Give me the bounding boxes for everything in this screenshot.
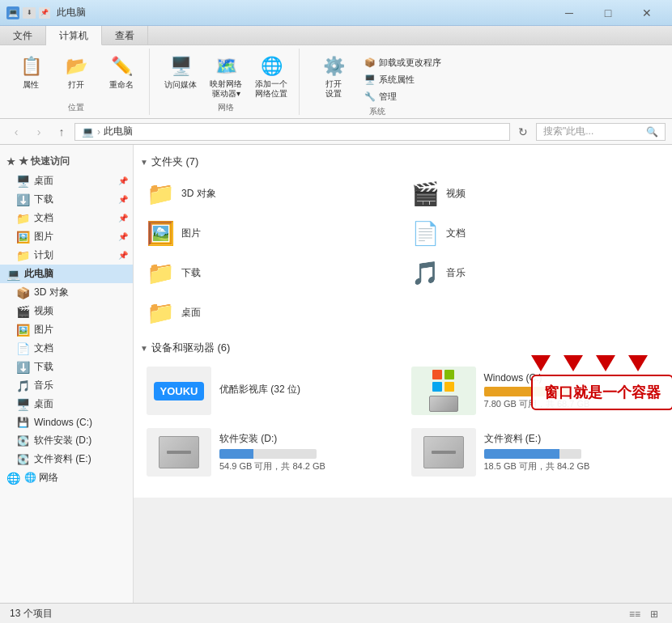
c-drive-info: Windows (C:) 7.80 GB 可用，共 68.7 GB bbox=[484, 372, 660, 410]
refresh-button[interactable]: ↻ bbox=[513, 122, 533, 142]
sidebar-item-desktop[interactable]: 🖥️ 桌面 📌 bbox=[0, 172, 133, 190]
devices-section-header: ▼ 设备和驱动器 (6) bbox=[140, 341, 666, 355]
system-prop-icon: 🖥️ bbox=[364, 74, 376, 85]
network-group-label: 网络 bbox=[218, 102, 234, 115]
sidebar-item-c-drive[interactable]: 💾 Windows (C:) bbox=[0, 413, 133, 431]
sidebar-item-documents[interactable]: 📁 文档 📌 bbox=[0, 209, 133, 227]
tab-file[interactable]: 文件 bbox=[0, 26, 46, 44]
plan-icon: 📁 bbox=[16, 249, 29, 262]
status-bar: 13 个项目 ≡≡ ⊞ bbox=[0, 603, 672, 623]
open-button[interactable]: 📂 打开 bbox=[55, 52, 97, 92]
maximize-button[interactable]: □ bbox=[589, 1, 627, 25]
sidebar-item-this-pc[interactable]: 💻 此电脑 bbox=[0, 265, 133, 283]
forward-button[interactable]: › bbox=[29, 122, 49, 142]
downloads-icon: ⬇️ bbox=[16, 193, 29, 206]
add-network-icon: 🌐 bbox=[258, 53, 284, 79]
system-properties-button[interactable]: 🖥️ 系统属性 bbox=[361, 72, 444, 87]
folder-desktop-icon: 📁 bbox=[147, 299, 175, 326]
rename-button[interactable]: ✏️ 重命名 bbox=[100, 52, 142, 92]
e-drive-name: 文件资料 (E:) bbox=[484, 432, 660, 446]
folder-documents-label: 文档 bbox=[446, 227, 466, 240]
back-button[interactable]: ‹ bbox=[6, 122, 26, 142]
d-drive-bar-bg bbox=[219, 449, 317, 459]
drive-e[interactable]: 文件资料 (E:) 18.5 GB 可用，共 84.2 GB bbox=[405, 423, 666, 481]
sidebar-item-pictures[interactable]: 🖼️ 图片 📌 bbox=[0, 227, 133, 246]
folder-video[interactable]: 🎬 视频 bbox=[405, 176, 666, 212]
quick-access-label: ★★ 快速访问 bbox=[0, 151, 133, 172]
d-drive-bar bbox=[219, 449, 253, 459]
ribbon-group-network: 🖥️ 访问媒体 🗺️ 映射网络驱动器▾ 🌐 添加一个网络位置 网络 bbox=[156, 49, 300, 115]
manage-button[interactable]: 🔧 管理 bbox=[361, 89, 444, 104]
d-drive-name: 软件安装 (D:) bbox=[219, 432, 395, 446]
path-computer-icon: 💻 bbox=[82, 126, 94, 138]
folder-pictures[interactable]: 🖼️ 图片 bbox=[140, 215, 402, 252]
open-settings-button[interactable]: ⚙️ 打开设置 bbox=[309, 52, 358, 100]
pin-indicator-3: 📌 bbox=[118, 214, 128, 222]
settings-icon: ⚙️ bbox=[321, 53, 347, 79]
content-area: ▼ 文件夹 (7) 📁 3D 对象 🎬 视频 🖼️ 图片 bbox=[134, 145, 672, 498]
sidebar-item-3d[interactable]: 📦 3D 对象 bbox=[0, 283, 133, 302]
pin-indicator-5: 📌 bbox=[118, 251, 128, 260]
c-drive-thumb bbox=[411, 367, 476, 415]
c-drive-name: Windows (C:) bbox=[484, 372, 660, 384]
c-drive-visual bbox=[429, 370, 458, 412]
quick-access-icon: ⬇ bbox=[23, 7, 36, 19]
add-network-button[interactable]: 🌐 添加一个网络位置 bbox=[250, 52, 292, 100]
sidebar-item-d-drive[interactable]: 💽 软件安装 (D:) bbox=[0, 431, 133, 450]
sidebar-item-desktop2[interactable]: 🖥️ 桌面 bbox=[0, 395, 133, 413]
folder-music[interactable]: 🎵 音乐 bbox=[405, 255, 666, 291]
e-disk-visual bbox=[423, 436, 464, 468]
drives-grid: YOUKU 优酷影视库 (32 位) bbox=[140, 362, 666, 481]
folder-3d[interactable]: 📁 3D 对象 bbox=[140, 176, 402, 212]
folder-desktop-label: 桌面 bbox=[181, 306, 201, 320]
sidebar-item-music[interactable]: 🎵 音乐 bbox=[0, 376, 133, 395]
address-path[interactable]: 💻 › 此电脑 bbox=[74, 123, 510, 141]
address-bar: ‹ › ↑ 💻 › 此电脑 ↻ 搜索"此电... 🔍 bbox=[0, 119, 672, 145]
folder-desktop[interactable]: 📁 桌面 bbox=[140, 295, 402, 331]
tiles-view-button[interactable]: ⊞ bbox=[646, 606, 662, 622]
access-media-button[interactable]: 🖥️ 访问媒体 bbox=[159, 52, 202, 92]
youku-thumb: YOUKU bbox=[147, 367, 211, 415]
drive-d[interactable]: 软件安装 (D:) 54.9 GB 可用，共 84.2 GB bbox=[140, 423, 402, 481]
disk-slot bbox=[167, 451, 191, 454]
search-box[interactable]: 搜索"此电... 🔍 bbox=[536, 123, 666, 141]
details-view-button[interactable]: ≡≡ bbox=[627, 606, 643, 622]
folder-documents-icon: 📄 bbox=[411, 220, 440, 247]
up-button[interactable]: ↑ bbox=[52, 122, 71, 142]
devices-chevron: ▼ bbox=[140, 344, 148, 353]
this-pc-icon: 💻 bbox=[6, 268, 19, 281]
properties-button[interactable]: 📋 属性 bbox=[10, 52, 52, 92]
close-button[interactable]: ✕ bbox=[628, 1, 666, 25]
sidebar-item-docs2[interactable]: 📄 文档 bbox=[0, 339, 133, 358]
sidebar-item-downloads[interactable]: ⬇️ 下载 📌 bbox=[0, 190, 133, 209]
folder-downloads-icon: 📁 bbox=[147, 260, 175, 286]
map-drive-button[interactable]: 🗺️ 映射网络驱动器▾ bbox=[205, 52, 247, 100]
uninstall-program-button[interactable]: 📦 卸载或更改程序 bbox=[361, 55, 444, 70]
folder-documents[interactable]: 📄 文档 bbox=[405, 215, 666, 252]
minimize-button[interactable]: ─ bbox=[551, 1, 588, 25]
folder-music-label: 音乐 bbox=[446, 266, 466, 280]
system-group-label: 系统 bbox=[369, 106, 385, 119]
tab-view[interactable]: 查看 bbox=[102, 26, 148, 44]
folder-pictures-icon: 🖼️ bbox=[147, 220, 175, 247]
sidebar-item-video[interactable]: 🎬 视频 bbox=[0, 302, 133, 320]
pin-indicator-4: 📌 bbox=[118, 232, 128, 241]
open-icon: 📂 bbox=[63, 53, 89, 79]
d-drive-info: 软件安装 (D:) 54.9 GB 可用，共 84.2 GB bbox=[219, 432, 395, 473]
drive-youku[interactable]: YOUKU 优酷影视库 (32 位) bbox=[140, 362, 402, 420]
folder-video-label: 视频 bbox=[446, 187, 466, 201]
sidebar-item-network[interactable]: 🌐 🌐 网络 bbox=[0, 468, 133, 487]
downloads2-icon: ⬇️ bbox=[16, 361, 29, 374]
sidebar-item-plan[interactable]: 📁 计划 📌 bbox=[0, 246, 133, 265]
tab-computer[interactable]: 计算机 bbox=[46, 26, 102, 45]
sidebar-item-downloads2[interactable]: ⬇️ 下载 bbox=[0, 358, 133, 376]
c-drive-bar bbox=[484, 387, 570, 396]
sidebar-item-pictures2[interactable]: 🖼️ 图片 bbox=[0, 320, 133, 339]
folder-downloads[interactable]: 📁 下载 bbox=[140, 255, 402, 291]
pin-icon: 📌 bbox=[39, 7, 50, 19]
sidebar-item-e-drive[interactable]: 💽 文件资料 (E:) bbox=[0, 450, 133, 468]
folder-music-icon: 🎵 bbox=[411, 260, 440, 286]
desktop2-icon: 🖥️ bbox=[16, 398, 29, 411]
path-separator: › bbox=[97, 126, 100, 138]
drive-c[interactable]: Windows (C:) 7.80 GB 可用，共 68.7 GB bbox=[405, 362, 666, 420]
